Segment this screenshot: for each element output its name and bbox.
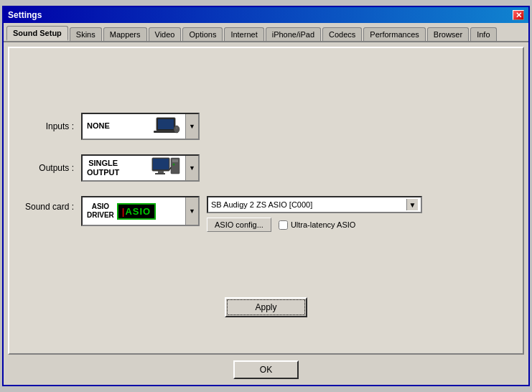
svg-rect-1 [158,119,174,129]
outputs-label: Outputs : [24,163,74,173]
tab-sound-setup[interactable]: Sound Setup [6,26,68,41]
asio-config-button[interactable]: ASIO config... [207,218,271,232]
soundcard-sub-row: ASIO config... Ultra-latency ASIO [207,218,422,232]
apply-area: Apply [24,297,508,317]
soundcard-label: Sound card : [24,196,74,212]
settings-panel: Inputs : NONE [8,47,524,355]
ok-button[interactable]: OK [233,360,299,379]
inputs-label: Inputs : [24,121,74,131]
svg-rect-7 [158,171,164,173]
tabs-bar: Sound Setup Skins Mappers Video Options … [4,23,528,42]
middle-spacer [24,232,508,290]
tab-mappers[interactable]: Mappers [103,27,147,41]
window-title: Settings [8,10,42,20]
tab-codecs[interactable]: Codecs [322,27,362,41]
inputs-value: NONE [87,121,110,131]
tab-internet[interactable]: Internet [224,27,263,41]
apply-button[interactable]: Apply [225,297,307,317]
tab-iphone-ipad[interactable]: iPhone/iPad [266,27,321,41]
outputs-row: Outputs : SINGLEOUTPUT [24,154,508,182]
ok-bar: OK [4,355,528,385]
inputs-icon [154,115,181,139]
tab-video[interactable]: Video [149,27,182,41]
settings-window: Settings ✕ Sound Setup Skins Mappers Vid… [2,6,530,386]
top-spacer [24,70,508,113]
title-bar: Settings ✕ [4,7,528,23]
svg-point-11 [173,163,175,165]
laptop-icon [154,115,181,135]
soundcard-type-dropdown[interactable]: ASIODRIVER |ASIO ▼ [81,196,200,226]
soundcard-options: SB Audigy 2 ZS ASIO [C000] ▼ ASIO config… [207,196,422,232]
inputs-dropdown[interactable]: NONE ▼ [81,113,200,140]
svg-rect-6 [153,159,169,169]
outputs-chevron-icon: ▼ [185,156,198,180]
soundcard-select-value: SB Audigy 2 ZS ASIO [C000] [211,200,406,209]
inputs-chevron-icon: ▼ [185,114,198,139]
ultra-latency-checkbox[interactable] [279,220,288,230]
ultra-latency-text: Ultra-latency ASIO [291,220,355,229]
soundcard-row: Sound card : ASIODRIVER |ASIO ▼ [24,196,508,232]
inputs-row: Inputs : NONE [24,113,508,140]
ultra-latency-label[interactable]: Ultra-latency ASIO [279,220,355,230]
soundcard-type-value: ASIODRIVER [87,202,114,220]
tab-skins[interactable]: Skins [70,27,102,41]
outputs-icon [151,157,181,180]
computer-icon [151,157,181,178]
asio-logo-icon: |ASIO [117,203,156,220]
svg-rect-8 [155,173,165,174]
soundcard-select-arrow-icon: ▼ [406,199,418,210]
svg-rect-10 [172,159,178,162]
close-button[interactable]: ✕ [513,10,524,20]
tab-performances[interactable]: Performances [363,27,425,41]
outputs-value: SINGLEOUTPUT [87,159,119,177]
content-wrapper: Inputs : NONE [4,42,528,355]
bottom-spacer [24,317,508,339]
tab-browser[interactable]: Browser [427,27,469,41]
tab-options[interactable]: Options [182,27,223,41]
outputs-dropdown[interactable]: SINGLEOUTPUT [81,154,200,182]
soundcard-type-chevron-icon: ▼ [185,197,198,225]
tab-info[interactable]: Info [470,27,496,41]
soundcard-select[interactable]: SB Audigy 2 ZS ASIO [C000] ▼ [207,196,422,213]
